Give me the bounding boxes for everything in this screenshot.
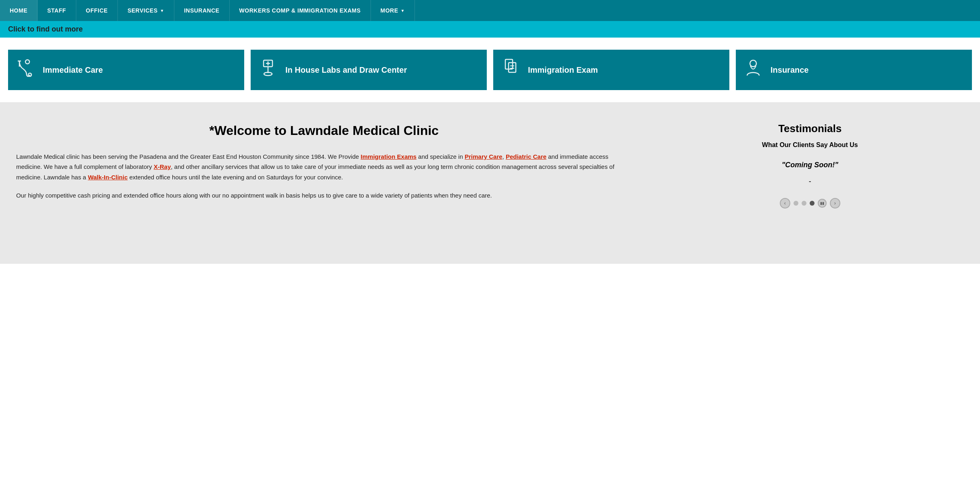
immediate-care-label: Immediate Care	[43, 65, 103, 75]
document-icon	[500, 58, 521, 82]
service-card-immediate-care[interactable]: Immediate Care	[8, 50, 244, 90]
slider-pause-button[interactable]: ▮▮	[818, 199, 827, 208]
testimonials-section: Testimonials What Our Clients Say About …	[648, 122, 964, 244]
svg-point-5	[264, 72, 272, 76]
welcome-paragraph-2: Our highly competitive cash pricing and …	[16, 190, 632, 201]
slider-next-button[interactable]: ›	[830, 198, 840, 208]
nav-workers-comp[interactable]: WORKERS COMP & IMMIGRATION EXAMS	[230, 0, 371, 21]
more-dropdown-arrow: ▼	[401, 8, 405, 13]
immigration-exams-link[interactable]: Immigration Exams	[361, 153, 417, 160]
welcome-section: *Welcome to Lawndale Medical Clinic Lawn…	[16, 122, 632, 244]
testimonials-coming-soon: "Coming Soon!"	[656, 161, 964, 169]
in-house-labs-label: In House Labs and Draw Center	[285, 65, 407, 75]
click-to-find-out-more-bar[interactable]: Click to find out more	[0, 21, 980, 38]
welcome-heading: *Welcome to Lawndale Medical Clinic	[16, 122, 632, 139]
service-card-in-house-labs[interactable]: In House Labs and Draw Center	[251, 50, 487, 90]
nav-services[interactable]: SERVICES ▼	[118, 0, 174, 21]
insurance-label: Insurance	[771, 65, 808, 75]
services-dropdown-arrow: ▼	[160, 8, 164, 13]
main-nav: HOME STAFF OFFICE SERVICES ▼ INSURANCE W…	[0, 0, 980, 21]
main-content-area: *Welcome to Lawndale Medical Clinic Lawn…	[0, 102, 980, 264]
immigration-exam-label: Immigration Exam	[528, 65, 598, 75]
slider-controls: ‹ ▮▮ ›	[656, 198, 964, 208]
pediatric-care-link[interactable]: Pediatric Care	[506, 153, 547, 160]
svg-point-0	[25, 60, 29, 64]
person-icon	[743, 58, 763, 82]
walk-in-clinic-link[interactable]: Walk-In-Clinic	[88, 174, 128, 181]
testimonials-dash: -	[656, 177, 964, 186]
service-cards-section: Immediate Care In House Labs and Draw Ce…	[0, 38, 980, 102]
nav-staff[interactable]: STAFF	[38, 0, 76, 21]
testimonials-heading: Testimonials	[656, 122, 964, 135]
lab-icon	[258, 58, 278, 82]
slider-dot-3[interactable]	[810, 201, 815, 206]
xray-link[interactable]: X-Ray	[154, 163, 171, 170]
slider-dot-1[interactable]	[794, 201, 798, 206]
svg-point-10	[750, 60, 756, 67]
nav-insurance[interactable]: INSURANCE	[174, 0, 230, 21]
slider-prev-button[interactable]: ‹	[780, 198, 790, 208]
welcome-paragraph-1: Lawndale Medical clinic has been serving…	[16, 152, 632, 183]
testimonials-subtitle: What Our Clients Say About Us	[656, 141, 964, 149]
service-card-immigration-exam[interactable]: Immigration Exam	[493, 50, 729, 90]
primary-care-link[interactable]: Primary Care	[465, 153, 502, 160]
service-card-insurance[interactable]: Insurance	[736, 50, 972, 90]
nav-office[interactable]: OFFICE	[76, 0, 118, 21]
nav-more[interactable]: MORE ▼	[371, 0, 415, 21]
nav-home[interactable]: HOME	[0, 0, 38, 21]
stethoscope-icon	[15, 58, 36, 82]
slider-dot-2[interactable]	[802, 201, 806, 206]
